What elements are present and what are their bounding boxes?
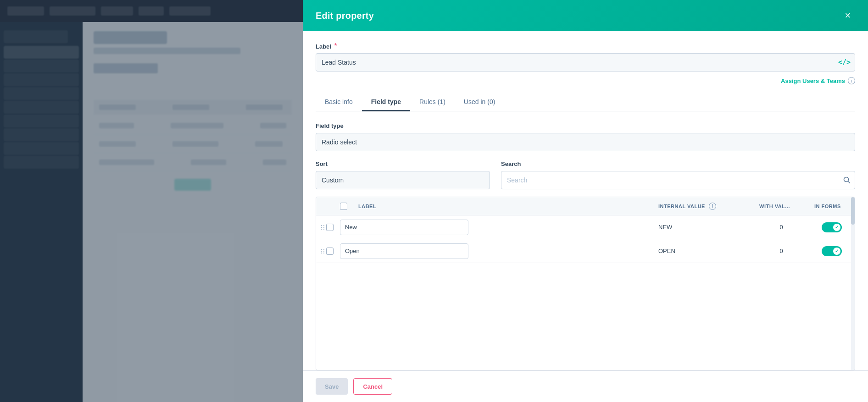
table-row: NEW 0 ✓ [316, 215, 855, 239]
row-open-label-col [334, 243, 653, 259]
select-all-checkbox[interactable] [340, 203, 347, 210]
sort-column: Sort [316, 160, 490, 189]
row-new-internal-value: NEW [653, 224, 754, 231]
sort-search-row: Sort Search [316, 160, 855, 189]
internal-value-info-icon[interactable]: i [709, 203, 716, 210]
in-forms-header-cell: IN FORMS [809, 199, 855, 214]
modal-close-button[interactable]: × [840, 8, 855, 23]
assign-info-icon[interactable]: i [848, 77, 855, 84]
assign-users-teams-row: Assign Users & Teams i [316, 77, 855, 84]
table-row: OPEN 0 ✓ [316, 239, 855, 263]
row-new-label-input[interactable] [340, 220, 468, 235]
internal-value-header-cell: INTERNAL VALUE i [653, 198, 754, 215]
toggle-knob: ✓ [833, 224, 840, 231]
row-open-checkbox-col [325, 248, 334, 255]
sort-label: Sort [316, 160, 490, 167]
with-val-header-cell: WITH VAL... [754, 199, 809, 214]
search-icon-button[interactable] [843, 176, 851, 184]
row-open-forms-col: ✓ [809, 246, 855, 256]
modal-footer: Save Cancel [303, 370, 868, 402]
svg-line-1 [848, 182, 850, 183]
tab-used-in[interactable]: Used in (0) [455, 94, 504, 111]
label-field-label: Label * [316, 42, 337, 50]
tabs-bar: Basic info Field type Rules (1) Used in … [316, 94, 855, 111]
scrollbar-thumb[interactable] [851, 197, 855, 225]
label-input-wrapper: </> [316, 53, 855, 72]
search-input[interactable] [501, 171, 855, 189]
options-table: LABEL INTERNAL VALUE i WITH VAL... IN FO… [316, 197, 855, 370]
tab-rules[interactable]: Rules (1) [410, 94, 455, 111]
label-header-cell: LABEL [353, 199, 653, 214]
save-button[interactable]: Save [316, 378, 348, 395]
row-new-with-val: 0 [754, 224, 809, 231]
row-new-checkbox-col [325, 224, 334, 231]
row-new-forms-toggle[interactable]: ✓ [822, 222, 842, 232]
row-open-with-val: 0 [754, 248, 809, 254]
scrollbar-track[interactable] [851, 197, 855, 370]
sort-input[interactable] [316, 171, 490, 189]
toggle-knob: ✓ [833, 248, 840, 255]
assign-users-teams-link[interactable]: Assign Users & Teams [781, 77, 845, 84]
search-input-wrapper [501, 171, 855, 189]
search-icon [843, 176, 851, 184]
edit-property-modal: Edit property × Label * </> Assign Users… [303, 0, 868, 402]
checkbox-header-cell [334, 198, 353, 215]
label-field-row: Label * [316, 42, 855, 50]
table-body: NEW 0 ✓ [316, 215, 855, 263]
required-indicator: * [334, 42, 337, 50]
field-type-label: Field type [316, 122, 855, 129]
modal-title: Edit property [316, 11, 374, 21]
search-label: Search [501, 160, 855, 167]
drag-header-cell [316, 202, 334, 211]
row-open-label-input[interactable] [340, 243, 468, 259]
code-icon: </> [838, 58, 851, 66]
modal-body: Label * </> Assign Users & Teams i Basic… [303, 31, 868, 370]
tab-field-type[interactable]: Field type [362, 94, 410, 111]
modal-header: Edit property × [303, 0, 868, 31]
row-new-label-col [334, 220, 653, 235]
cancel-button[interactable]: Cancel [353, 378, 392, 395]
tab-basic-info[interactable]: Basic info [316, 94, 362, 111]
search-column: Search [501, 160, 855, 189]
row-open-checkbox[interactable] [326, 248, 334, 255]
row-new-forms-col: ✓ [809, 222, 855, 232]
row-open-forms-toggle[interactable]: ✓ [822, 246, 842, 256]
drag-handle-new[interactable] [316, 225, 325, 230]
row-open-internal-value: OPEN [653, 248, 754, 254]
table-header: LABEL INTERNAL VALUE i WITH VAL... IN FO… [316, 197, 855, 215]
row-new-checkbox[interactable] [326, 224, 334, 231]
code-icon-button[interactable]: </> [838, 58, 851, 66]
label-input[interactable] [316, 53, 855, 72]
drag-handle-open[interactable] [316, 249, 325, 253]
field-type-input[interactable] [316, 133, 855, 151]
